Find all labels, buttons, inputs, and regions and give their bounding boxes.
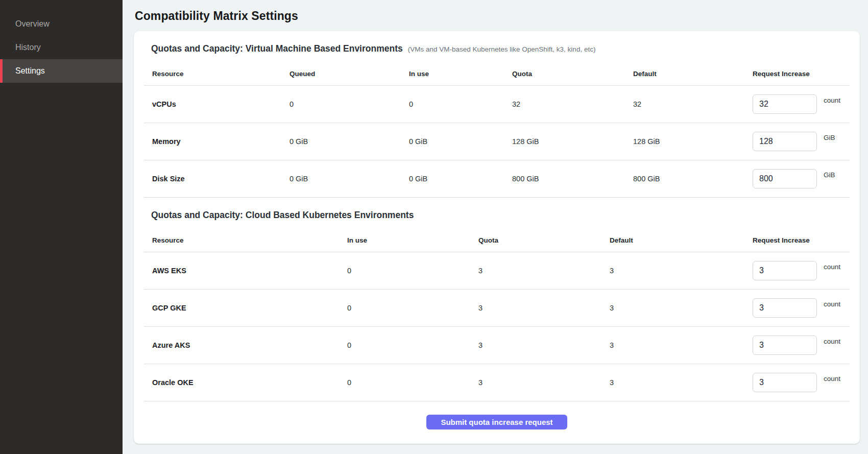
- cell-request-increase: count: [753, 336, 850, 355]
- table-row-oracle-oke: Oracle OKE033count: [144, 364, 850, 401]
- cell-request-increase: count: [753, 261, 850, 280]
- column-header-queued: Queued: [290, 70, 409, 78]
- cell-request-increase: count: [753, 94, 850, 114]
- cell-default: 3: [610, 341, 753, 349]
- cell-request-increase: count: [753, 298, 850, 318]
- cell-resource: vCPUs: [144, 100, 290, 108]
- cell-resource: AWS EKS: [144, 267, 347, 275]
- cell-queued: 0 GiB: [290, 175, 409, 183]
- table-row-azure-aks: Azure AKS033count: [144, 327, 850, 364]
- cell-quota: 3: [478, 341, 610, 349]
- vcpus-request-increase-input[interactable]: [753, 94, 817, 114]
- sidebar-item-label: Settings: [15, 66, 45, 76]
- gcp-gke-request-increase-input[interactable]: [753, 298, 817, 318]
- column-header-resource: Resource: [144, 70, 290, 78]
- unit-label: count: [824, 300, 840, 308]
- page-title: Compatibility Matrix Settings: [135, 9, 860, 23]
- column-header-request-increase: Request Increase: [753, 236, 850, 244]
- unit-label: GiB: [824, 134, 835, 141]
- cell-quota: 32: [512, 100, 633, 108]
- column-header-quota: Quota: [478, 236, 610, 244]
- submit-button-row: Submit quota increase request: [144, 401, 850, 441]
- unit-label: count: [824, 338, 840, 345]
- sidebar-item-settings[interactable]: Settings: [0, 59, 123, 83]
- cell-in-use: 0: [347, 341, 478, 349]
- cloud-section-title: Quotas and Capacity: Cloud Based Kuberne…: [151, 210, 414, 221]
- cloud-quota-table: ResourceIn useQuotaDefaultRequest Increa…: [144, 229, 850, 401]
- table-row-disk-size: Disk Size0 GiB0 GiB800 GiB800 GiBGiB: [144, 160, 850, 198]
- settings-card: Quotas and Capacity: Virtual Machine Bas…: [134, 31, 860, 444]
- column-header-in-use: In use: [347, 236, 478, 244]
- main-content: Compatibility Matrix Settings Quotas and…: [123, 0, 868, 454]
- aws-eks-request-increase-input[interactable]: [753, 261, 817, 280]
- sidebar: Overview History Settings: [0, 0, 123, 454]
- cell-quota: 3: [478, 378, 610, 387]
- vm-quota-section: Quotas and Capacity: Virtual Machine Bas…: [144, 31, 850, 198]
- cell-in-use: 0: [347, 304, 478, 312]
- vm-section-title: Quotas and Capacity: Virtual Machine Bas…: [151, 43, 403, 54]
- oracle-oke-request-increase-input[interactable]: [753, 373, 817, 392]
- cell-quota: 3: [478, 304, 610, 312]
- cell-queued: 0 GiB: [290, 137, 409, 146]
- cell-default: 800 GiB: [633, 175, 753, 183]
- vm-section-header: Quotas and Capacity: Virtual Machine Bas…: [144, 31, 850, 62]
- cell-in-use: 0: [347, 378, 478, 387]
- cell-default: 3: [610, 378, 753, 387]
- cell-in-use: 0 GiB: [409, 137, 512, 146]
- unit-label: count: [824, 97, 840, 104]
- sidebar-item-label: History: [15, 43, 41, 52]
- cell-queued: 0: [290, 100, 409, 108]
- submit-quota-increase-button[interactable]: Submit quota increase request: [426, 415, 567, 429]
- cell-default: 128 GiB: [633, 137, 753, 146]
- cell-default: 3: [610, 304, 753, 312]
- table-row-vcpus: vCPUs003232count: [144, 86, 850, 123]
- column-header-quota: Quota: [512, 70, 633, 78]
- cell-request-increase: GiB: [753, 132, 850, 151]
- sidebar-item-history[interactable]: History: [0, 36, 123, 59]
- cell-quota: 800 GiB: [512, 175, 633, 183]
- sidebar-item-overview[interactable]: Overview: [0, 12, 123, 36]
- cell-in-use: 0: [409, 100, 512, 108]
- table-row-memory: Memory0 GiB0 GiB128 GiB128 GiBGiB: [144, 123, 850, 160]
- vm-section-subtitle: (VMs and VM-based Kubernetes like OpenSh…: [408, 45, 596, 53]
- cell-resource: Disk Size: [144, 175, 290, 183]
- column-header-default: Default: [633, 70, 753, 78]
- cell-request-increase: count: [753, 373, 850, 392]
- table-row-aws-eks: AWS EKS033count: [144, 252, 850, 290]
- column-header-in-use: In use: [409, 70, 512, 78]
- cloud-section-header: Quotas and Capacity: Cloud Based Kuberne…: [144, 198, 850, 229]
- table-header-row: ResourceQueuedIn useQuotaDefaultRequest …: [144, 62, 850, 86]
- cell-resource: Azure AKS: [144, 341, 347, 349]
- cell-default: 3: [610, 267, 753, 275]
- cell-resource: Oracle OKE: [144, 378, 347, 387]
- cell-in-use: 0 GiB: [409, 175, 512, 183]
- cell-in-use: 0: [347, 267, 478, 275]
- vm-quota-table: ResourceQueuedIn useQuotaDefaultRequest …: [144, 62, 850, 198]
- cell-default: 32: [633, 100, 753, 108]
- cell-request-increase: GiB: [753, 169, 850, 188]
- cell-quota: 128 GiB: [512, 137, 633, 146]
- column-header-default: Default: [610, 236, 753, 244]
- sidebar-item-label: Overview: [15, 19, 50, 29]
- cell-resource: GCP GKE: [144, 304, 347, 312]
- unit-label: count: [824, 263, 840, 271]
- azure-aks-request-increase-input[interactable]: [753, 336, 817, 355]
- disk-size-request-increase-input[interactable]: [753, 169, 817, 188]
- cell-quota: 3: [478, 267, 610, 275]
- column-header-request-increase: Request Increase: [753, 70, 850, 78]
- unit-label: GiB: [824, 171, 835, 179]
- unit-label: count: [824, 375, 840, 383]
- table-header-row: ResourceIn useQuotaDefaultRequest Increa…: [144, 229, 850, 252]
- column-header-resource: Resource: [144, 236, 347, 244]
- memory-request-increase-input[interactable]: [753, 132, 817, 151]
- cell-resource: Memory: [144, 137, 290, 146]
- cloud-quota-section: Quotas and Capacity: Cloud Based Kuberne…: [144, 198, 850, 401]
- table-row-gcp-gke: GCP GKE033count: [144, 290, 850, 327]
